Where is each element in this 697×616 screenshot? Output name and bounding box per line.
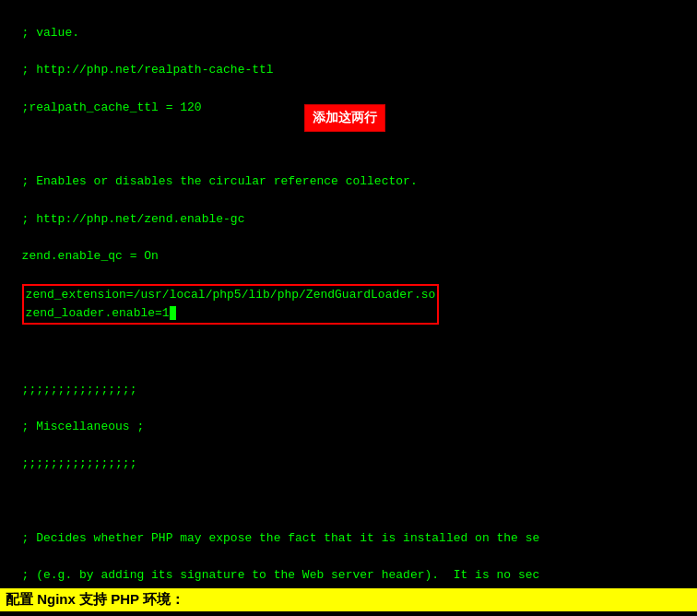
line-miscellaneous: ; Miscellaneous ;	[22, 420, 145, 433]
line-zend-enable: zend.enable_qc = On	[22, 249, 159, 263]
line-signature: ; (e.g. by adding its signature to the W…	[22, 568, 540, 582]
line-semicolons-2: ;;;;;;;;;;;;;;;;	[22, 456, 137, 470]
highlighted-zend-lines: zend_extension=/usr/local/php5/lib/php/Z…	[22, 284, 440, 325]
annotation-add-two-lines: 添加这两行	[304, 104, 385, 132]
line-zend-ext: zend_extension=/usr/local/php5/lib/php/Z…	[26, 288, 436, 302]
top-terminal: ; value. ; http://php.net/realpath-cache…	[0, 0, 697, 588]
line-realpath-cache: ;realpath_cache_ttl = 120	[22, 101, 202, 114]
line-zend-loader: zend_loader.enable=1	[26, 306, 170, 320]
line-decides: ; Decides whether PHP may expose the fac…	[22, 531, 540, 545]
cursor	[170, 306, 177, 320]
line-zend-gc-url: ; http://php.net/zend.enable-gc	[22, 212, 245, 226]
line-semicolons-1: ;;;;;;;;;;;;;;;;	[22, 383, 137, 397]
line-value: ; value.	[22, 26, 79, 40]
middle-terminal: [root@localhost ~]# cd /usr/local/php5/e…	[0, 611, 697, 616]
line-circular-ref: ; Enables or disables the circular refer…	[22, 174, 418, 188]
yellow-heading: 配置 Nginx 支持 PHP 环境：	[0, 588, 697, 611]
line-realpath-ttl-url: ; http://php.net/realpath-cache-ttl	[22, 63, 274, 77]
